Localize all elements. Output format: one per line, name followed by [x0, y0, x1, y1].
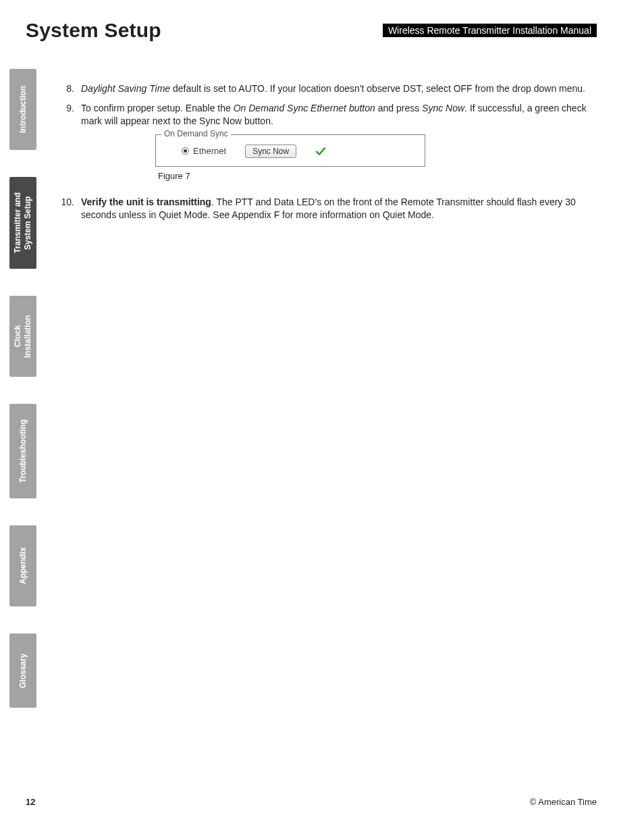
- page-header: System Setup Wireless Remote Transmitter…: [26, 19, 597, 42]
- figure-caption: Figure 7: [158, 171, 597, 181]
- copyright: © American Time: [530, 797, 597, 807]
- content-body: 8. Daylight Saving Time default is set t…: [61, 82, 597, 221]
- step-text: Verify the unit is transmitting. The PTT…: [81, 196, 597, 221]
- ethernet-radio-label: Ethernet: [193, 146, 226, 156]
- step-text: To confirm proper setup. Enable the On D…: [81, 102, 597, 128]
- ethernet-radio[interactable]: Ethernet: [182, 146, 226, 156]
- step-8-lead: Daylight Saving Time: [81, 83, 170, 94]
- step-9-i1: On Demand Sync Ethernet button: [234, 103, 375, 113]
- panel-legend: On Demand Sync: [161, 129, 231, 138]
- step-10: 10. Verify the unit is transmitting. The…: [61, 196, 597, 221]
- step-number: 9.: [61, 102, 81, 128]
- tab-clock-installation[interactable]: Clock Installation: [9, 296, 36, 377]
- step-number: 10.: [61, 196, 81, 221]
- step-text: Daylight Saving Time default is set to A…: [81, 82, 597, 95]
- step-9-b: and press: [375, 103, 422, 113]
- step-9-a: To confirm proper setup. Enable the: [81, 103, 234, 113]
- step-9: 9. To confirm proper setup. Enable the O…: [61, 102, 597, 128]
- step-10-bold: Verify the unit is transmitting: [81, 197, 211, 207]
- on-demand-sync-panel: On Demand Sync Ethernet Sync Now: [155, 134, 425, 167]
- sync-now-button[interactable]: Sync Now: [245, 145, 296, 158]
- tab-glossary[interactable]: Glossary: [9, 633, 36, 708]
- manual-label: Wireless Remote Transmitter Installation…: [383, 24, 597, 37]
- figure-7: On Demand Sync Ethernet Sync Now Figure …: [155, 134, 597, 181]
- tab-troubleshooting[interactable]: Troubleshooting: [9, 404, 36, 498]
- step-8: 8. Daylight Saving Time default is set t…: [61, 82, 597, 95]
- page-footer: 12 © American Time: [26, 797, 597, 807]
- step-8-rest: default is set to AUTO. If your location…: [170, 83, 585, 94]
- tab-transmitter-system-setup[interactable]: Transmitter and System Setup: [9, 177, 36, 269]
- page-root: System Setup Wireless Remote Transmitter…: [0, 0, 644, 834]
- tab-introduction[interactable]: Introduction: [9, 69, 36, 150]
- page-number: 12: [26, 797, 35, 807]
- tab-appendix[interactable]: Appendix: [9, 525, 36, 606]
- step-number: 8.: [61, 82, 81, 95]
- panel-row: Ethernet Sync Now: [164, 145, 417, 158]
- check-icon: [315, 146, 326, 157]
- side-tabs: Introduction Transmitter and System Setu…: [9, 69, 36, 735]
- step-9-i2: Sync Now: [422, 103, 464, 113]
- radio-dot-icon: [182, 147, 189, 155]
- page-title: System Setup: [26, 19, 161, 42]
